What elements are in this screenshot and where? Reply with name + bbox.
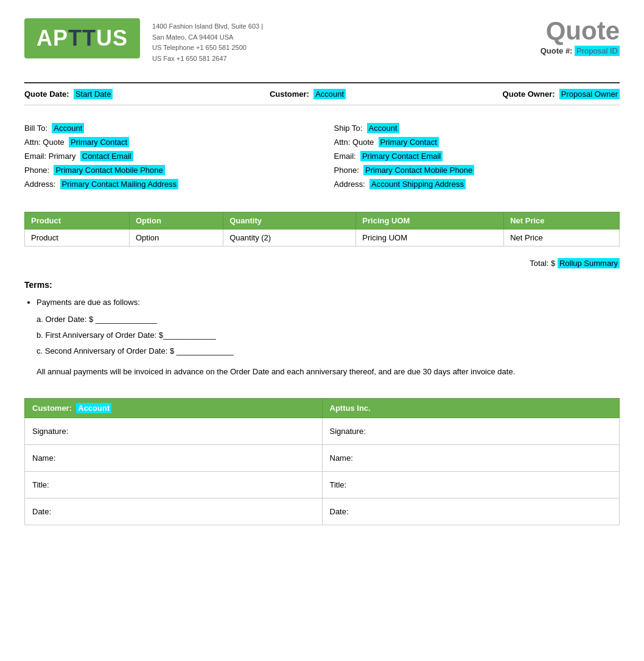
quote-customer: Customer: Account (270, 89, 346, 99)
ship-address-label: Address: (334, 180, 365, 189)
payment-note: All annual payments will be invoiced in … (37, 364, 620, 380)
sig-col1-header: Customer: Account (25, 399, 323, 418)
sig-row-title: Title: Title: (25, 472, 620, 498)
sig-row-name: Name: Name: (25, 445, 620, 472)
bill-to-col: Bill To: Account Attn: Quote Primary Con… (24, 124, 310, 194)
sig-right-title: Title: (322, 472, 620, 498)
quote-date-label: Quote Date: (24, 89, 69, 99)
bill-email-label: Email: Primary (24, 152, 76, 161)
logo-ap: AP (37, 26, 68, 51)
signature-table: Customer: Account Apttus Inc. Signature:… (24, 398, 620, 525)
ship-phone-label: Phone: (334, 166, 359, 175)
total-row: Total: $ Rollup Summary (24, 259, 620, 268)
col-option: Option (129, 212, 223, 229)
bill-email-value: Contact Email (80, 151, 133, 161)
quote-date-value: Start Date (74, 89, 113, 99)
bill-to-row: Bill To: Account (24, 124, 310, 133)
bill-ship-section: Bill To: Account Attn: Quote Primary Con… (24, 124, 620, 194)
bill-attn-label: Attn: Quote (24, 138, 65, 147)
terms-bullet: Payments are due as follows: (37, 296, 620, 309)
bill-email-row: Email: Primary Contact Email (24, 152, 310, 161)
sig-right-signature: Signature: (322, 418, 620, 445)
company-logo: APTTUS (24, 18, 140, 58)
quote-meta: Quote Date: Start Date Customer: Account… (24, 82, 620, 105)
ship-attn-value: Primary Contact (379, 137, 439, 147)
bill-to-label: Bill To: (24, 124, 47, 133)
address-line3: US Telephone +1 650 581 2500 (152, 43, 263, 54)
bill-address-label: Address: (24, 180, 55, 189)
cell-product: Product (25, 229, 130, 247)
col-net-price: Net Price (504, 212, 620, 229)
sig-left-title: Title: (25, 472, 323, 498)
quote-number-value: Proposal ID (575, 46, 620, 56)
page-header: APTTUS 1400 Fashion Island Blvd, Suite 6… (24, 18, 620, 64)
cell-net-price: Net Price (504, 229, 620, 247)
bill-phone-value: Primary Contact Mobile Phone (54, 165, 164, 175)
bill-address-value: Primary Contact Mailing Address (60, 179, 179, 189)
company-info: 1400 Fashion Island Blvd, Suite 603 | Sa… (152, 18, 263, 64)
product-table: Product Option Quantity Pricing UOM Net … (24, 212, 620, 247)
payment-line-b: b. First Anniversary of Order Date: $___… (37, 327, 620, 343)
quote-number-label: Quote #: (541, 46, 573, 55)
ship-email-label: Email: (334, 152, 356, 161)
sig-row-signature: Signature: Signature: (25, 418, 620, 445)
payment-lines: a. Order Date: $ ______________ b. First… (37, 312, 620, 380)
col-pricing-uom: Pricing UOM (356, 212, 504, 229)
table-row: Product Option Quantity (2) Pricing UOM … (25, 229, 620, 247)
ship-email-row: Email: Primary Contact Email (334, 152, 620, 161)
address-line2: San Mateo, CA 94404 USA (152, 32, 263, 43)
ship-to-col: Ship To: Account Attn: Quote Primary Con… (334, 124, 620, 194)
address-line1: 1400 Fashion Island Blvd, Suite 603 | (152, 21, 263, 32)
header-left: APTTUS 1400 Fashion Island Blvd, Suite 6… (24, 18, 263, 64)
sig-right-name: Name: (322, 445, 620, 472)
ship-to-account: Account (367, 123, 399, 133)
ship-address-value: Account Shipping Address (369, 179, 466, 189)
sig-header-row: Customer: Account Apttus Inc. (25, 399, 620, 418)
quote-title: Quote (541, 18, 620, 44)
bill-attn-row: Attn: Quote Primary Contact (24, 138, 310, 147)
ship-phone-value: Primary Contact Mobile Phone (363, 165, 474, 175)
terms-section: Terms: Payments are due as follows: a. O… (24, 280, 620, 380)
quote-owner: Quote Owner: Proposal Owner (503, 89, 620, 99)
bill-address-row: Address: Primary Contact Mailing Address (24, 180, 310, 189)
terms-title: Terms: (24, 280, 620, 290)
cell-option: Option (129, 229, 223, 247)
sig-customer-value: Account (76, 403, 111, 413)
quote-customer-label: Customer: (270, 89, 309, 99)
quote-owner-label: Quote Owner: (503, 89, 555, 99)
quote-number: Quote #: Proposal ID (541, 46, 620, 55)
ship-phone-row: Phone: Primary Contact Mobile Phone (334, 166, 620, 175)
logo-us: US (96, 26, 128, 51)
sig-left-signature: Signature: (25, 418, 323, 445)
bill-phone-row: Phone: Primary Contact Mobile Phone (24, 166, 310, 175)
sig-left-date: Date: (25, 498, 323, 525)
sig-right-date: Date: (322, 498, 620, 525)
ship-attn-label: Attn: Quote (334, 138, 374, 147)
cell-pricing-uom: Pricing UOM (356, 229, 504, 247)
quote-owner-value: Proposal Owner (559, 89, 620, 99)
sig-col2-header: Apttus Inc. (322, 399, 620, 418)
ship-attn-row: Attn: Quote Primary Contact (334, 138, 620, 147)
logo-tt: TT (68, 26, 96, 51)
logo-text: APTTUS (37, 26, 128, 51)
col-quantity: Quantity (223, 212, 356, 229)
address-line4: US Fax +1 650 581 2647 (152, 54, 263, 65)
sig-row-date: Date: Date: (25, 498, 620, 525)
ship-email-value: Primary Contact Email (360, 151, 443, 161)
ship-to-label: Ship To: (334, 124, 363, 133)
ship-address-row: Address: Account Shipping Address (334, 180, 620, 189)
sig-left-name: Name: (25, 445, 323, 472)
payment-line-a: a. Order Date: $ ______________ (37, 312, 620, 327)
payment-line-c: c. Second Anniversary of Order Date: $ _… (37, 343, 620, 359)
bill-phone-label: Phone: (24, 166, 49, 175)
quote-date: Quote Date: Start Date (24, 89, 113, 99)
bill-attn-value: Primary Contact (69, 137, 129, 147)
ship-to-row: Ship To: Account (334, 124, 620, 133)
product-table-header-row: Product Option Quantity Pricing UOM Net … (25, 212, 620, 229)
quote-customer-value: Account (313, 89, 346, 99)
header-right: Quote Quote #: Proposal ID (541, 18, 620, 55)
bill-to-account: Account (52, 123, 84, 133)
col-product: Product (25, 212, 130, 229)
sig-customer-label: Customer: (32, 404, 72, 413)
total-label: Total: $ (530, 259, 555, 268)
